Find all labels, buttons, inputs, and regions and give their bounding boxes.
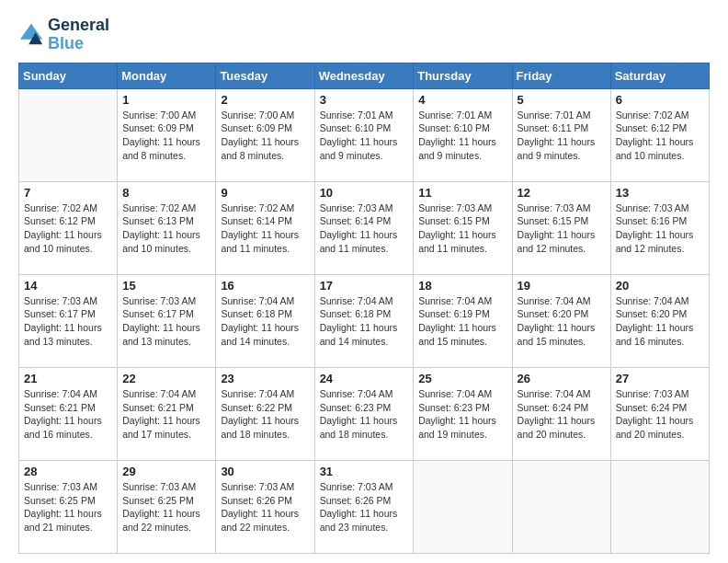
day-number: 2 bbox=[221, 93, 309, 107]
day-number: 10 bbox=[320, 186, 409, 200]
day-info: Sunrise: 7:03 AM Sunset: 6:16 PM Dayligh… bbox=[616, 201, 704, 256]
day-number: 8 bbox=[122, 186, 210, 200]
day-info: Sunrise: 7:04 AM Sunset: 6:24 PM Dayligh… bbox=[518, 387, 606, 442]
calendar-week: 7Sunrise: 7:02 AM Sunset: 6:12 PM Daylig… bbox=[19, 181, 710, 274]
day-info: Sunrise: 7:04 AM Sunset: 6:23 PM Dayligh… bbox=[418, 387, 506, 442]
calendar-cell bbox=[414, 460, 512, 553]
day-info: Sunrise: 7:04 AM Sunset: 6:19 PM Dayligh… bbox=[418, 294, 506, 349]
day-info: Sunrise: 7:03 AM Sunset: 6:14 PM Dayligh… bbox=[320, 201, 409, 256]
day-number: 16 bbox=[221, 279, 309, 293]
day-number: 29 bbox=[122, 465, 210, 478]
day-number: 24 bbox=[320, 372, 409, 385]
day-info: Sunrise: 7:01 AM Sunset: 6:11 PM Dayligh… bbox=[518, 109, 606, 163]
day-number: 26 bbox=[518, 372, 606, 385]
calendar-cell: 17Sunrise: 7:04 AM Sunset: 6:18 PM Dayli… bbox=[314, 274, 414, 367]
day-info: Sunrise: 7:04 AM Sunset: 6:22 PM Dayligh… bbox=[221, 387, 309, 442]
calendar-cell: 28Sunrise: 7:03 AM Sunset: 6:25 PM Dayli… bbox=[19, 460, 118, 553]
calendar-cell: 1Sunrise: 7:00 AM Sunset: 6:09 PM Daylig… bbox=[118, 88, 216, 181]
day-number: 31 bbox=[320, 465, 409, 478]
day-info: Sunrise: 7:04 AM Sunset: 6:23 PM Dayligh… bbox=[320, 387, 409, 442]
day-info: Sunrise: 7:00 AM Sunset: 6:09 PM Dayligh… bbox=[221, 109, 309, 163]
calendar-cell: 14Sunrise: 7:03 AM Sunset: 6:17 PM Dayli… bbox=[19, 274, 118, 367]
calendar-cell: 27Sunrise: 7:03 AM Sunset: 6:24 PM Dayli… bbox=[610, 367, 709, 460]
calendar-cell: 21Sunrise: 7:04 AM Sunset: 6:21 PM Dayli… bbox=[19, 367, 118, 460]
page: General Blue SundayMondayTuesdayWednesda… bbox=[0, 0, 728, 563]
header-day: Sunday bbox=[19, 63, 118, 88]
calendar-table: SundayMondayTuesdayWednesdayThursdayFrid… bbox=[18, 63, 710, 554]
day-info: Sunrise: 7:04 AM Sunset: 6:21 PM Dayligh… bbox=[122, 387, 210, 442]
calendar-cell: 4Sunrise: 7:01 AM Sunset: 6:10 PM Daylig… bbox=[414, 88, 512, 181]
day-number: 3 bbox=[320, 93, 409, 107]
day-info: Sunrise: 7:03 AM Sunset: 6:26 PM Dayligh… bbox=[320, 480, 409, 534]
day-info: Sunrise: 7:02 AM Sunset: 6:12 PM Dayligh… bbox=[616, 109, 704, 163]
calendar-cell: 30Sunrise: 7:03 AM Sunset: 6:26 PM Dayli… bbox=[216, 460, 314, 553]
calendar-cell: 9Sunrise: 7:02 AM Sunset: 6:14 PM Daylig… bbox=[216, 181, 314, 274]
day-number: 18 bbox=[418, 279, 506, 293]
day-number: 30 bbox=[221, 465, 309, 478]
day-number: 15 bbox=[122, 279, 210, 293]
calendar-cell: 26Sunrise: 7:04 AM Sunset: 6:24 PM Dayli… bbox=[512, 367, 610, 460]
calendar-cell: 10Sunrise: 7:03 AM Sunset: 6:14 PM Dayli… bbox=[314, 181, 414, 274]
day-info: Sunrise: 7:01 AM Sunset: 6:10 PM Dayligh… bbox=[418, 109, 506, 163]
day-number: 21 bbox=[24, 372, 112, 385]
calendar-body: 1Sunrise: 7:00 AM Sunset: 6:09 PM Daylig… bbox=[19, 88, 710, 553]
calendar-cell: 19Sunrise: 7:04 AM Sunset: 6:20 PM Dayli… bbox=[512, 274, 610, 367]
calendar-cell: 2Sunrise: 7:00 AM Sunset: 6:09 PM Daylig… bbox=[216, 88, 314, 181]
day-info: Sunrise: 7:04 AM Sunset: 6:18 PM Dayligh… bbox=[320, 294, 409, 349]
calendar-cell: 3Sunrise: 7:01 AM Sunset: 6:10 PM Daylig… bbox=[314, 88, 414, 181]
day-number: 11 bbox=[418, 186, 506, 200]
day-info: Sunrise: 7:01 AM Sunset: 6:10 PM Dayligh… bbox=[320, 109, 409, 163]
header-day: Friday bbox=[512, 63, 610, 88]
calendar-cell: 8Sunrise: 7:02 AM Sunset: 6:13 PM Daylig… bbox=[118, 181, 216, 274]
day-number: 6 bbox=[616, 93, 704, 107]
logo: General Blue bbox=[18, 17, 109, 53]
calendar-header: SundayMondayTuesdayWednesdayThursdayFrid… bbox=[19, 63, 710, 88]
day-info: Sunrise: 7:03 AM Sunset: 6:15 PM Dayligh… bbox=[418, 201, 506, 256]
calendar-cell: 25Sunrise: 7:04 AM Sunset: 6:23 PM Dayli… bbox=[414, 367, 512, 460]
calendar-cell: 18Sunrise: 7:04 AM Sunset: 6:19 PM Dayli… bbox=[414, 274, 512, 367]
header-day: Tuesday bbox=[216, 63, 314, 88]
header-day: Saturday bbox=[610, 63, 709, 88]
calendar-week: 21Sunrise: 7:04 AM Sunset: 6:21 PM Dayli… bbox=[19, 367, 710, 460]
day-number: 14 bbox=[24, 279, 112, 293]
calendar-cell: 12Sunrise: 7:03 AM Sunset: 6:15 PM Dayli… bbox=[512, 181, 610, 274]
day-info: Sunrise: 7:04 AM Sunset: 6:21 PM Dayligh… bbox=[24, 387, 112, 442]
day-number: 7 bbox=[24, 186, 112, 200]
day-number: 17 bbox=[320, 279, 409, 293]
calendar-cell: 5Sunrise: 7:01 AM Sunset: 6:11 PM Daylig… bbox=[512, 88, 610, 181]
day-number: 23 bbox=[221, 372, 309, 385]
day-info: Sunrise: 7:03 AM Sunset: 6:25 PM Dayligh… bbox=[24, 480, 112, 534]
calendar-cell: 31Sunrise: 7:03 AM Sunset: 6:26 PM Dayli… bbox=[314, 460, 414, 553]
calendar-cell: 29Sunrise: 7:03 AM Sunset: 6:25 PM Dayli… bbox=[118, 460, 216, 553]
calendar-cell: 15Sunrise: 7:03 AM Sunset: 6:17 PM Dayli… bbox=[118, 274, 216, 367]
day-number: 25 bbox=[418, 372, 506, 385]
day-info: Sunrise: 7:02 AM Sunset: 6:12 PM Dayligh… bbox=[24, 201, 112, 256]
day-info: Sunrise: 7:03 AM Sunset: 6:26 PM Dayligh… bbox=[221, 480, 309, 534]
calendar-week: 1Sunrise: 7:00 AM Sunset: 6:09 PM Daylig… bbox=[19, 88, 710, 181]
day-info: Sunrise: 7:02 AM Sunset: 6:14 PM Dayligh… bbox=[221, 201, 309, 256]
day-number: 19 bbox=[518, 279, 606, 293]
day-number: 28 bbox=[24, 465, 112, 478]
day-number: 12 bbox=[518, 186, 606, 200]
day-number: 5 bbox=[518, 93, 606, 107]
logo-text: General Blue bbox=[48, 17, 109, 53]
calendar-cell: 11Sunrise: 7:03 AM Sunset: 6:15 PM Dayli… bbox=[414, 181, 512, 274]
day-number: 22 bbox=[122, 372, 210, 385]
svg-marker-0 bbox=[20, 24, 42, 40]
day-number: 13 bbox=[616, 186, 704, 200]
calendar-week: 14Sunrise: 7:03 AM Sunset: 6:17 PM Dayli… bbox=[19, 274, 710, 367]
header-day: Thursday bbox=[414, 63, 512, 88]
calendar-cell: 22Sunrise: 7:04 AM Sunset: 6:21 PM Dayli… bbox=[118, 367, 216, 460]
day-info: Sunrise: 7:02 AM Sunset: 6:13 PM Dayligh… bbox=[122, 201, 210, 256]
day-number: 4 bbox=[418, 93, 506, 107]
calendar-cell: 23Sunrise: 7:04 AM Sunset: 6:22 PM Dayli… bbox=[216, 367, 314, 460]
calendar-cell: 24Sunrise: 7:04 AM Sunset: 6:23 PM Dayli… bbox=[314, 367, 414, 460]
calendar-cell: 13Sunrise: 7:03 AM Sunset: 6:16 PM Dayli… bbox=[610, 181, 709, 274]
day-info: Sunrise: 7:03 AM Sunset: 6:24 PM Dayligh… bbox=[616, 387, 704, 442]
calendar-cell: 7Sunrise: 7:02 AM Sunset: 6:12 PM Daylig… bbox=[19, 181, 118, 274]
day-info: Sunrise: 7:03 AM Sunset: 6:17 PM Dayligh… bbox=[24, 294, 112, 349]
calendar-cell: 20Sunrise: 7:04 AM Sunset: 6:20 PM Dayli… bbox=[610, 274, 709, 367]
calendar-cell bbox=[512, 460, 610, 553]
day-number: 1 bbox=[122, 93, 210, 107]
day-info: Sunrise: 7:04 AM Sunset: 6:20 PM Dayligh… bbox=[616, 294, 704, 349]
